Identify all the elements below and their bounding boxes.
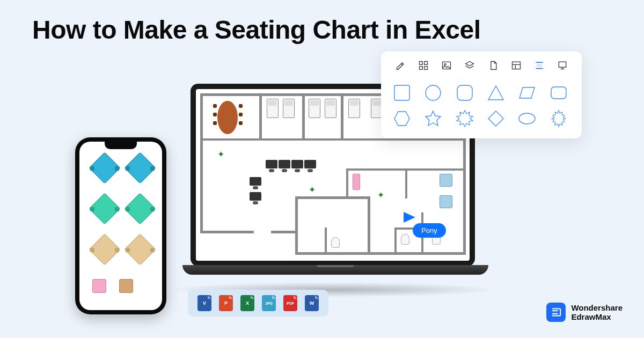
svg-point-5 [444, 64, 446, 65]
export-jpg[interactable]: JPG [262, 295, 276, 311]
brand-logo-lockup: Wondershare EdrawMax [546, 303, 623, 322]
components-icon[interactable] [418, 60, 429, 71]
svg-rect-3 [425, 67, 428, 70]
image-icon[interactable] [441, 60, 452, 71]
shape-circle[interactable] [424, 84, 442, 102]
bed [283, 99, 295, 118]
plant-icon: ✦ [217, 149, 227, 159]
shape-triangle[interactable] [487, 84, 505, 102]
plant-icon: ✦ [377, 190, 387, 200]
svg-rect-9 [394, 85, 409, 100]
distribute-icon[interactable] [534, 60, 545, 71]
bed [325, 99, 336, 118]
bed [309, 99, 320, 118]
svg-rect-12 [551, 87, 566, 99]
seating-table-small [119, 279, 133, 293]
export-pdf[interactable]: PDF [283, 295, 297, 311]
shapes-panel[interactable] [381, 52, 582, 138]
page-title: How to Make a Seating Chart in Excel [32, 15, 481, 45]
page-icon[interactable] [488, 60, 499, 71]
seating-table-small [92, 279, 106, 293]
plant-icon: ✦ [309, 185, 318, 194]
workstation [250, 192, 261, 201]
presentation-icon[interactable] [557, 60, 568, 71]
furniture-blue [440, 174, 452, 187]
shape-burst-8[interactable] [456, 109, 474, 128]
svg-rect-8 [559, 62, 566, 67]
shape-diamond[interactable] [487, 109, 505, 128]
workstation-row [266, 160, 316, 168]
export-powerpoint[interactable]: P [219, 295, 233, 311]
conference-table-left [217, 101, 238, 134]
svg-rect-7 [537, 64, 541, 67]
furniture-blue [440, 195, 452, 208]
shape-square[interactable] [393, 84, 411, 102]
collaborator-label: Pony [413, 223, 446, 238]
shape-burst-12[interactable] [550, 109, 568, 128]
edrawmax-logo-icon [546, 303, 566, 322]
collaborator-cursor [404, 212, 415, 223]
svg-rect-11 [457, 85, 472, 100]
workstation [250, 177, 261, 186]
shapes-grid [389, 77, 574, 130]
fixture-pink [353, 174, 360, 190]
shape-parallelogram[interactable] [518, 84, 536, 102]
bed [348, 99, 360, 118]
shape-rounded-rect[interactable] [550, 84, 568, 102]
svg-rect-1 [425, 62, 428, 65]
toilet [331, 237, 340, 248]
export-excel[interactable]: X [240, 295, 254, 311]
shape-star[interactable] [424, 109, 442, 128]
export-word[interactable]: W [305, 295, 319, 311]
phone-screen [79, 142, 162, 310]
shape-rounded-square[interactable] [456, 84, 474, 102]
shape-ellipse[interactable] [518, 109, 536, 128]
layout-icon[interactable] [511, 60, 522, 71]
bed [267, 99, 279, 118]
toolbar [389, 58, 574, 77]
laptop-base [182, 265, 488, 275]
brand-text: Wondershare EdrawMax [571, 303, 623, 322]
format-icon[interactable] [395, 60, 406, 71]
toilet [401, 234, 409, 245]
shape-hexagon[interactable] [393, 109, 411, 128]
layers-icon[interactable] [464, 60, 475, 71]
phone-mockup [75, 137, 166, 314]
svg-point-10 [426, 85, 441, 100]
export-format-bar: V P X JPG PDF W [188, 290, 328, 317]
svg-point-13 [519, 113, 535, 124]
svg-rect-6 [512, 62, 520, 69]
export-visio[interactable]: V [197, 295, 211, 311]
svg-rect-2 [419, 67, 422, 70]
svg-rect-0 [419, 62, 422, 65]
